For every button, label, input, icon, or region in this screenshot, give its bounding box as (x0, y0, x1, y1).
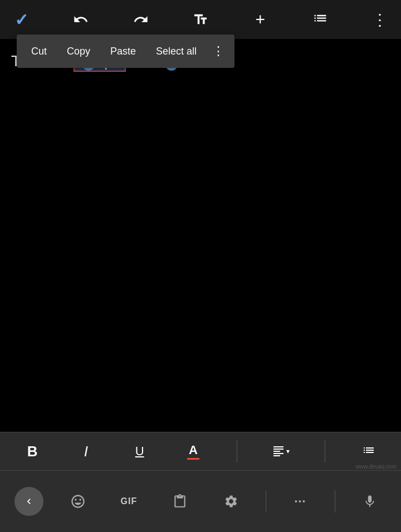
top-toolbar: ✓ + ⋮ (0, 0, 401, 39)
italic-button[interactable]: I (72, 438, 99, 465)
undo-icon[interactable] (69, 7, 93, 32)
copy-button[interactable]: Copy (57, 35, 100, 68)
redo-icon[interactable] (129, 7, 153, 32)
align-button[interactable]: ▾ (267, 438, 294, 465)
underline-button[interactable]: U (126, 438, 153, 465)
more-button[interactable]: ••• (283, 485, 317, 518)
kb-separator-2 (335, 490, 335, 513)
content-area: This is a sample sentence. (0, 39, 401, 432)
bold-button[interactable]: B (19, 438, 46, 465)
format-separator-1 (237, 440, 237, 462)
context-more-icon[interactable]: ⋮ (207, 44, 230, 58)
context-menu: Cut Copy Paste Select all ⋮ (17, 35, 234, 68)
font-color-button[interactable]: A (180, 438, 207, 465)
keyboard-toolbar: GIF ••• (0, 471, 401, 532)
text-format-icon[interactable] (188, 7, 213, 32)
back-button[interactable] (14, 487, 43, 516)
more-options-icon[interactable]: ⋮ (368, 7, 392, 32)
mic-button[interactable] (353, 485, 387, 518)
gif-button[interactable]: GIF (112, 485, 145, 518)
watermark: www.deuaq.com (356, 464, 397, 470)
select-all-button[interactable]: Select all (146, 35, 207, 68)
list-button[interactable] (355, 438, 382, 465)
format-separator-2 (325, 440, 325, 462)
paste-button[interactable]: Paste (100, 35, 146, 68)
clipboard-button[interactable] (163, 485, 197, 518)
emoji-button[interactable] (61, 485, 95, 518)
settings-button[interactable] (214, 485, 248, 518)
format-toolbar: B I U A ▾ (0, 432, 401, 471)
kb-separator (266, 490, 266, 513)
check-icon[interactable]: ✓ (9, 7, 33, 32)
add-icon[interactable]: + (248, 7, 272, 32)
view-menu-icon[interactable] (308, 7, 332, 32)
cut-button[interactable]: Cut (21, 35, 57, 68)
